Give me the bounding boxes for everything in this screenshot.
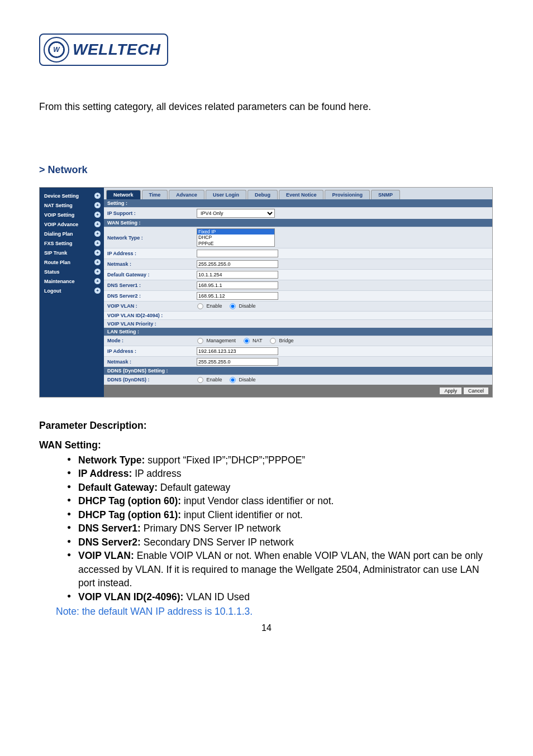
- sidebar-item-label: Maintenance: [44, 279, 75, 284]
- list-item: Default Gateway: Default gateway: [67, 481, 494, 495]
- sidebar-item-label: Status: [44, 269, 60, 275]
- section-heading: > Network: [39, 164, 494, 176]
- netmask-input[interactable]: [197, 260, 278, 268]
- sidebar-item-label: VOIP Advance: [44, 222, 78, 227]
- ip-address-input[interactable]: [197, 250, 278, 257]
- tab-provisioning[interactable]: Provisioning: [325, 190, 370, 199]
- tab-snmp[interactable]: SNMP: [371, 190, 400, 199]
- tab-user-login[interactable]: User Login: [206, 190, 246, 199]
- label-ip-support: IP Support :: [107, 210, 197, 216]
- sidebar-item-nat-setting[interactable]: NAT Setting+: [40, 200, 104, 210]
- sidebar-item-label: Dialing Plan: [44, 231, 73, 237]
- expand-icon: +: [94, 231, 101, 237]
- expand-icon: +: [94, 259, 101, 265]
- label-netmask: Netmask :: [107, 261, 197, 267]
- expand-icon: +: [94, 269, 101, 275]
- ddns-enable-radio[interactable]: Enable: [197, 377, 222, 382]
- mode-management-radio[interactable]: Management: [197, 338, 236, 343]
- logo-text: WELLTECH: [73, 41, 160, 59]
- section-header-setting: Setting :: [104, 199, 492, 207]
- page-number: 14: [39, 623, 494, 633]
- sidebar-item-route-plan[interactable]: Route Plan+: [40, 257, 104, 267]
- sidebar-item-sip-trunk[interactable]: SIP Trunk+: [40, 248, 104, 257]
- expand-icon: +: [94, 202, 101, 208]
- list-item: DHCP Tag (option 60): input Vendor class…: [67, 494, 494, 508]
- lan-netmask-input[interactable]: [197, 358, 278, 366]
- network-type-listbox[interactable]: Fixed IP DHCP PPPoE: [197, 228, 275, 247]
- voip-vlan-disable-radio[interactable]: Disable: [229, 303, 256, 309]
- sidebar-item-label: Route Plan: [44, 260, 70, 265]
- sidebar-item-device-setting[interactable]: Device Setting+: [40, 191, 104, 200]
- main-content: Network Time Advance User Login Debug Ev…: [104, 188, 492, 397]
- label-dns2: DNS Server2 :: [107, 293, 197, 299]
- ip-support-select[interactable]: IPV4 Only: [197, 209, 275, 218]
- parameter-description-heading: Parameter Description:: [39, 420, 494, 432]
- label-mode: Mode :: [107, 338, 197, 343]
- list-item: Network Type: support “Fixed IP”;”DHCP”;…: [67, 453, 494, 467]
- sidebar-item-dialing-plan[interactable]: Dialing Plan+: [40, 229, 104, 238]
- sidebar: Device Setting+ NAT Setting+ VOIP Settin…: [40, 188, 104, 397]
- label-vlan-priority: VOIP VLAN Priority :: [107, 321, 197, 327]
- dns2-input[interactable]: [197, 292, 278, 300]
- mode-bridge-radio[interactable]: Bridge: [269, 338, 294, 343]
- label-lan-netmask: Netmask :: [107, 359, 197, 365]
- list-item: DHCP Tag (option 61): input Client ident…: [67, 508, 494, 522]
- dns1-input[interactable]: [197, 281, 278, 289]
- label-ip-address: IP Address :: [107, 251, 197, 256]
- tab-event-notice[interactable]: Event Notice: [279, 190, 324, 199]
- section-header-lan: LAN Setting :: [104, 328, 492, 336]
- sidebar-item-label: SIP Trunk: [44, 250, 67, 256]
- tab-bar: Network Time Advance User Login Debug Ev…: [104, 188, 492, 199]
- sidebar-item-logout[interactable]: Logout+: [40, 286, 104, 295]
- sidebar-item-label: VOIP Setting: [44, 212, 74, 218]
- cancel-button[interactable]: Cancel: [463, 387, 489, 395]
- sidebar-item-voip-setting[interactable]: VOIP Setting+: [40, 210, 104, 219]
- sidebar-item-fxs-setting[interactable]: FXS Setting+: [40, 238, 104, 248]
- tab-debug[interactable]: Debug: [248, 190, 278, 199]
- logo-monogram-icon: W: [44, 37, 69, 63]
- label-ddns: DDNS (DynDNS) :: [107, 377, 197, 382]
- list-item: VOIP VLAN ID(2-4096): VLAN ID Used: [67, 590, 494, 604]
- sidebar-item-status[interactable]: Status+: [40, 267, 104, 276]
- section-header-ddns: DDNS (DynDNS) Setting :: [104, 367, 492, 375]
- tab-advance[interactable]: Advance: [169, 190, 204, 199]
- sidebar-item-label: NAT Setting: [44, 203, 73, 208]
- label-vlan-id: VOIP VLAN ID(2-4094) :: [107, 313, 197, 318]
- mode-nat-radio[interactable]: NAT: [243, 338, 263, 343]
- sidebar-item-voip-advance[interactable]: VOIP Advance+: [40, 219, 104, 229]
- expand-icon: +: [94, 221, 101, 227]
- label-network-type: Network Type :: [107, 235, 197, 241]
- ddns-disable-radio[interactable]: Disable: [229, 377, 256, 382]
- label-dns1: DNS Server1 :: [107, 283, 197, 288]
- default-gateway-input[interactable]: [197, 271, 278, 279]
- label-lan-ip: IP Address :: [107, 348, 197, 354]
- tab-time[interactable]: Time: [142, 190, 168, 199]
- note-text: Note: the default WAN IP address is 10.1…: [39, 606, 494, 618]
- list-item: VOIP VLAN: Enable VOIP VLAN or not. When…: [67, 549, 494, 590]
- tab-network[interactable]: Network: [106, 190, 141, 199]
- sidebar-item-label: Logout: [44, 288, 61, 294]
- expand-icon: +: [94, 212, 101, 218]
- section-header-wan: WAN Setting :: [104, 219, 492, 227]
- apply-button[interactable]: Apply: [439, 387, 462, 395]
- bullet-list: Network Type: support “Fixed IP”;”DHCP”;…: [39, 453, 494, 604]
- list-item: DNS Server2: Secondary DNS Server IP net…: [67, 535, 494, 549]
- screenshot-panel: Device Setting+ NAT Setting+ VOIP Settin…: [39, 187, 493, 398]
- expand-icon: +: [94, 288, 101, 294]
- expand-icon: +: [94, 278, 101, 284]
- sidebar-item-maintenance[interactable]: Maintenance+: [40, 276, 104, 286]
- list-item: DNS Server1: Primary DNS Server IP netwo…: [67, 521, 494, 535]
- expand-icon: +: [94, 250, 101, 256]
- wan-setting-heading: WAN Setting:: [39, 439, 494, 451]
- label-voip-vlan: VOIP VLAN :: [107, 303, 197, 309]
- list-item: IP Address: IP address: [67, 467, 494, 481]
- sidebar-item-label: FXS Setting: [44, 241, 73, 246]
- intro-text: From this setting category, all devices …: [39, 99, 494, 114]
- lan-ip-input[interactable]: [197, 347, 278, 355]
- expand-icon: +: [94, 193, 101, 199]
- logo: W WELLTECH: [39, 34, 494, 66]
- expand-icon: +: [94, 240, 101, 246]
- voip-vlan-enable-radio[interactable]: Enable: [197, 303, 222, 309]
- sidebar-item-label: Device Setting: [44, 193, 79, 199]
- label-default-gateway: Default Gateway :: [107, 272, 197, 277]
